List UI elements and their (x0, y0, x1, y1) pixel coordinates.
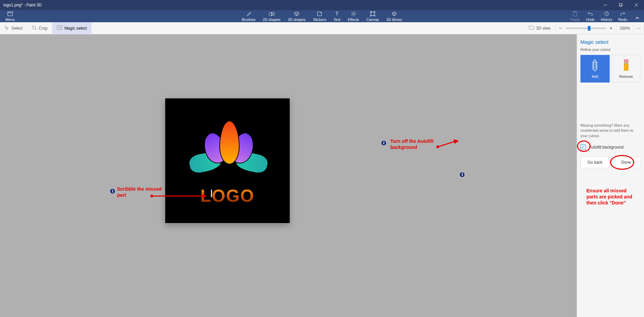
ribbon-label: Effects (348, 18, 359, 22)
add-mode-button[interactable]: Add (580, 55, 610, 83)
library3d-icon (392, 11, 397, 17)
text-icon: T (335, 11, 338, 17)
ribbon-brushes[interactable]: Brushes (242, 11, 255, 22)
ribbon-label: Canvas (366, 18, 379, 22)
svg-line-14 (351, 12, 352, 12)
ribbon-label: 3D library (386, 18, 402, 22)
autofill-checkbox[interactable]: ✓ (580, 145, 586, 150)
svg-rect-33 (624, 60, 628, 62)
scribble-mark (211, 190, 212, 197)
menu-label: Menu (5, 18, 15, 22)
ribbon-collapse-button[interactable] (633, 17, 641, 22)
main-ribbon: Menu Brushes 2D shapes 3D shapes Sticker… (0, 10, 644, 22)
svg-rect-19 (370, 11, 371, 12)
pencil-add-icon (590, 59, 600, 72)
ribbon-text[interactable]: T Text (333, 11, 340, 22)
zoom-percent[interactable]: 200% (616, 26, 633, 31)
canvas-icon (370, 11, 375, 17)
ribbon-label: Stickers (313, 18, 326, 22)
button-label: Go back (587, 160, 603, 165)
svg-line-16 (355, 12, 355, 12)
ribbon-stickers[interactable]: Stickers (313, 11, 326, 22)
remove-mode-button[interactable]: Remove (612, 55, 641, 83)
autofill-checkbox-row[interactable]: ✓ Autofill background (580, 143, 641, 151)
panel-hint-text: Missing something? Mark any unselected a… (580, 123, 641, 138)
cursor-icon (5, 25, 9, 31)
ribbon-canvas[interactable]: Canvas (366, 11, 379, 22)
effects-icon (351, 11, 356, 17)
zoom-out-button[interactable]: − (556, 25, 566, 31)
menu-button[interactable]: Menu (0, 11, 20, 22)
close-button[interactable] (629, 0, 644, 10)
svg-marker-31 (454, 139, 459, 144)
ribbon-redo[interactable]: Redo (618, 11, 627, 22)
window-title: logo1.png* - Paint 3D (3, 3, 42, 7)
svg-rect-34 (624, 62, 628, 64)
annotation-text-1: Scribble the missed part (117, 186, 164, 198)
more-options-button[interactable]: ⋯ (634, 26, 644, 31)
ribbon-label: Brushes (242, 18, 255, 22)
paste-icon (573, 11, 577, 17)
button-label: Done (621, 160, 631, 165)
svg-rect-22 (374, 15, 375, 16)
ribbon-label: History (601, 18, 612, 22)
magic-select-tool[interactable]: Magic select (52, 22, 92, 34)
autofill-label: Autofill background (589, 145, 623, 150)
svg-line-15 (355, 15, 355, 16)
brush-icon (246, 11, 251, 17)
magic-select-panel: Magic select Refine your cutout Add Remo… (577, 34, 644, 317)
toolbar-label: Crop (39, 26, 47, 31)
annotation-text-3: Ensure all missed parts are picked and t… (586, 188, 634, 206)
logo-text: LOGO (200, 186, 254, 206)
ribbon-label: Undo (586, 18, 595, 22)
shapes2d-icon (269, 11, 275, 17)
svg-rect-21 (370, 15, 371, 16)
zoom-slider[interactable] (566, 28, 606, 29)
ribbon-label: Redo (618, 18, 627, 22)
ribbon-label: 2D shapes (263, 18, 281, 22)
svg-point-9 (352, 13, 354, 15)
canvas-area[interactable]: LOGO 1 Scribble the missed part 2 Turn o… (0, 34, 577, 317)
ribbon-3d-shapes[interactable]: 3D shapes (288, 11, 306, 22)
ribbon-3d-library[interactable]: 3D library (386, 11, 402, 22)
annotation-text-2: Turn off the Autofill background (390, 138, 441, 150)
redo-icon (620, 11, 625, 17)
mode-label: Remove (619, 74, 633, 78)
select-tool[interactable]: Select (0, 22, 27, 34)
zoom-in-button[interactable]: + (606, 25, 616, 31)
canvas-image[interactable]: LOGO (165, 98, 290, 223)
ribbon-2d-shapes[interactable]: 2D shapes (263, 11, 281, 22)
ribbon-label: Text (333, 18, 340, 22)
ribbon-effects[interactable]: Effects (348, 11, 359, 22)
zoom-slider-knob[interactable] (588, 26, 591, 31)
toolbar-label: Select (11, 26, 23, 31)
ribbon-paste: Paste (570, 11, 580, 22)
undo-icon (587, 11, 593, 17)
svg-rect-5 (8, 12, 12, 16)
title-bar: logo1.png* - Paint 3D (0, 0, 644, 10)
maximize-button[interactable] (613, 0, 629, 10)
svg-line-17 (351, 15, 352, 16)
view3d-icon (529, 26, 534, 31)
ribbon-label: Paste (570, 18, 580, 22)
mode-label: Add (592, 74, 598, 78)
view-3d-toggle[interactable]: 3D view (524, 22, 555, 34)
history-icon (604, 11, 609, 17)
secondary-toolbar: Select Crop Magic select 3D view − + 200… (0, 22, 644, 34)
go-back-button[interactable]: Go back (580, 157, 610, 168)
svg-rect-20 (374, 11, 375, 12)
toolbar-label: 3D view (536, 26, 550, 31)
minimize-button[interactable] (598, 0, 613, 10)
done-button[interactable]: Done (612, 157, 641, 168)
ribbon-undo[interactable]: Undo (586, 11, 595, 22)
panel-title: Magic select (580, 39, 641, 45)
ribbon-label: 3D shapes (288, 18, 306, 22)
shapes3d-icon (294, 11, 299, 17)
svg-rect-23 (573, 12, 577, 16)
crop-tool[interactable]: Crop (27, 22, 52, 34)
eraser-icon (623, 59, 630, 72)
sticker-icon (317, 11, 322, 17)
menu-icon (7, 11, 13, 17)
annotation-badge-2: 2 (381, 140, 387, 146)
ribbon-history[interactable]: History (601, 11, 612, 22)
